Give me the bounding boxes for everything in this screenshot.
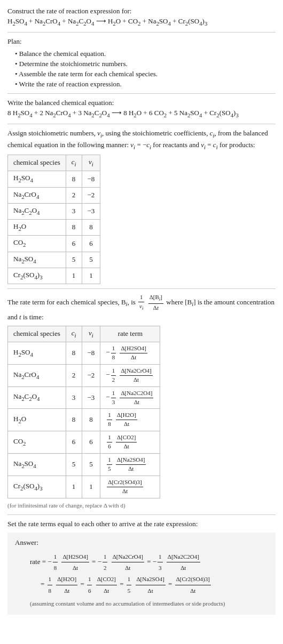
table-row: Na2SO45515 Δ[Na2SO4]Δt [8, 454, 160, 476]
cell-v: 5 [82, 252, 100, 268]
cell-c: 3 [66, 387, 82, 409]
table-row: Na2C2O43−3 [8, 203, 100, 219]
cell-species: H2SO4 [8, 342, 66, 364]
table-row: CO266 [8, 236, 100, 252]
cell-v: −8 [82, 171, 100, 187]
cell-species: Na2C2O4 [8, 203, 66, 219]
cell-c: 2 [66, 364, 82, 387]
col-rate: rate term [100, 326, 160, 342]
table-row: Na2C2O43−3−13 Δ[Na2C2O4]Δt [8, 387, 160, 409]
cell-c: 1 [66, 476, 82, 498]
cell-c: 8 [66, 220, 82, 236]
cell-c: 5 [66, 454, 82, 476]
assign-text: Assign stoichiometric numbers, νi, using… [7, 128, 276, 151]
cell-v: 1 [82, 476, 100, 498]
cell-v: −3 [82, 387, 100, 409]
cell-v: 8 [82, 220, 100, 236]
cell-rate: 18 Δ[H2O]Δt [100, 409, 160, 431]
divider [7, 288, 276, 289]
answer-assumption: (assuming constant volume and no accumul… [30, 600, 268, 608]
cell-species: Na2CrO4 [8, 364, 66, 387]
cell-species: Cr2(SO4)3 [8, 476, 66, 498]
divider [7, 124, 276, 124]
col-v: νi [82, 326, 100, 342]
cell-rate: 16 Δ[CO2]Δt [100, 431, 160, 454]
stoich-table: chemical species ci νi H2SO48−8Na2CrO42−… [7, 155, 100, 284]
answer-label: Answer: [15, 538, 268, 548]
cell-c: 2 [66, 187, 82, 203]
table-row: H2O88 [8, 220, 100, 236]
balanced-heading: Write the balanced chemical equation: [7, 98, 276, 108]
answer-box: Answer: rate = −18 Δ[H2SO4]Δt = −12 Δ[Na… [7, 533, 276, 615]
intro-block: Construct the rate of reaction expressio… [7, 6, 276, 28]
cell-species: Na2CrO4 [8, 187, 66, 203]
cell-rate: −12 Δ[Na2CrO4]Δt [100, 364, 160, 387]
cell-c: 8 [66, 342, 82, 364]
cell-v: 6 [82, 236, 100, 252]
construct-text: Construct the rate of reaction expressio… [7, 6, 276, 17]
table-header-row: chemical species ci νi rate term [8, 326, 160, 342]
cell-species: H2O [8, 220, 66, 236]
cell-species: Na2SO4 [8, 252, 66, 268]
table-row: Cr2(SO4)311 [8, 268, 100, 284]
cell-v: 5 [82, 454, 100, 476]
cell-c: 8 [66, 409, 82, 431]
cell-c: 6 [66, 431, 82, 454]
balanced-equation: 8 H2SO4 + 2 Na2CrO4 + 3 Na2C2O4 ⟶ 8 H2O … [7, 108, 276, 119]
cell-c: 5 [66, 252, 82, 268]
plan-item: • Determine the stoichiometric numbers. [15, 59, 276, 69]
cell-rate: Δ[Cr2(SO4)3]Δt [100, 476, 160, 498]
cell-c: 3 [66, 203, 82, 219]
cell-v: 8 [82, 409, 100, 431]
cell-v: −2 [82, 187, 100, 203]
divider [7, 93, 276, 94]
table-row: H2O8818 Δ[H2O]Δt [8, 409, 160, 431]
answer-line1: rate = −18 Δ[H2SO4]Δt = −12 Δ[Na2CrO4]Δt… [30, 551, 268, 574]
cell-rate: 15 Δ[Na2SO4]Δt [100, 454, 160, 476]
answer-line2: = 18 Δ[H2O]Δt = 16 Δ[CO2]Δt = 15 Δ[Na2SO… [41, 574, 268, 597]
table-row: Na2CrO42−2−12 Δ[Na2CrO4]Δt [8, 364, 160, 387]
cell-species: CO2 [8, 431, 66, 454]
divider [7, 32, 276, 33]
col-c: ci [66, 326, 82, 342]
plan-item: • Write the rate of reaction expression. [15, 79, 276, 90]
cell-species: H2SO4 [8, 171, 66, 187]
plan-heading: Plan: [7, 37, 276, 47]
table-row: H2SO48−8 [8, 171, 100, 187]
infinitesimal-note: (for infinitesimal rate of change, repla… [7, 502, 276, 510]
divider [7, 514, 276, 515]
rateterm-intro: The rate term for each chemical species,… [7, 293, 276, 322]
table-header-row: chemical species ci νi [8, 155, 100, 171]
table-row: CO26616 Δ[CO2]Δt [8, 431, 160, 454]
col-v: νi [82, 155, 100, 171]
table-row: Na2CrO42−2 [8, 187, 100, 203]
plan-item: • Balance the chemical equation. [15, 49, 276, 59]
unbalanced-equation: H2SO4 + Na2CrO4 + Na2C2O4 ⟶ H2O + CO2 + … [7, 17, 276, 28]
set-equal-text: Set the rate terms equal to each other t… [7, 519, 276, 529]
rateterm-table: chemical species ci νi rate term H2SO48−… [7, 326, 160, 498]
cell-rate: −18 Δ[H2SO4]Δt [100, 342, 160, 364]
table-row: Cr2(SO4)311Δ[Cr2(SO4)3]Δt [8, 476, 160, 498]
cell-v: 1 [82, 268, 100, 284]
cell-v: 6 [82, 431, 100, 454]
plan-list: • Balance the chemical equation. • Deter… [15, 49, 276, 89]
table-row: H2SO48−8−18 Δ[H2SO4]Δt [8, 342, 160, 364]
col-species: chemical species [8, 326, 66, 342]
col-c: ci [66, 155, 82, 171]
cell-v: −8 [82, 342, 100, 364]
cell-species: Na2SO4 [8, 454, 66, 476]
cell-c: 8 [66, 171, 82, 187]
cell-c: 6 [66, 236, 82, 252]
cell-species: Cr2(SO4)3 [8, 268, 66, 284]
cell-rate: −13 Δ[Na2C2O4]Δt [100, 387, 160, 409]
cell-c: 1 [66, 268, 82, 284]
plan-block: Plan: • Balance the chemical equation. •… [7, 37, 276, 89]
plan-item: • Assemble the rate term for each chemic… [15, 69, 276, 79]
balanced-block: Write the balanced chemical equation: 8 … [7, 98, 276, 119]
col-species: chemical species [8, 155, 66, 171]
cell-species: H2O [8, 409, 66, 431]
cell-species: CO2 [8, 236, 66, 252]
cell-species: Na2C2O4 [8, 387, 66, 409]
table-row: Na2SO455 [8, 252, 100, 268]
assign-block: Assign stoichiometric numbers, νi, using… [7, 128, 276, 151]
